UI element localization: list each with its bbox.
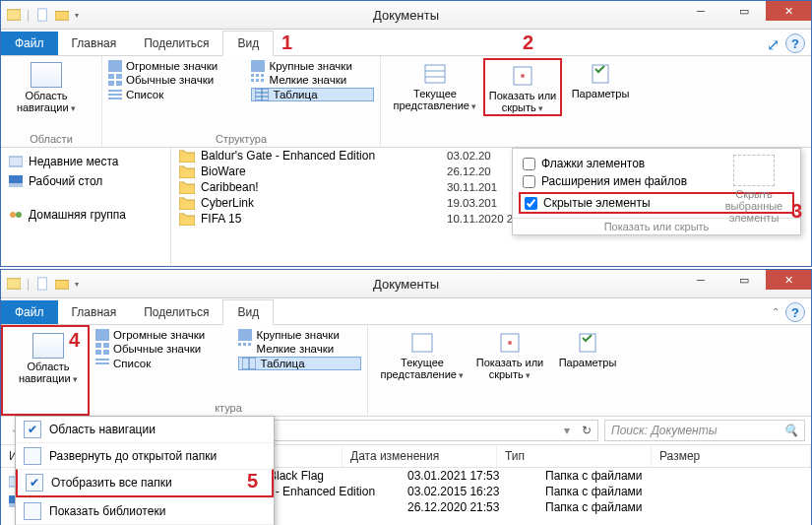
ribbon-tabs: Файл Главная Поделиться Вид ⌃ ? xyxy=(1,298,811,325)
group-label-areas: Области xyxy=(7,132,95,147)
titlebar: | ▾ Документы ─ ▭ ✕ xyxy=(1,1,811,30)
show-hide-button[interactable]: Показать или скрыть xyxy=(470,327,549,381)
tab-share[interactable]: Поделиться xyxy=(130,300,222,324)
callout-1: 1 xyxy=(281,32,292,54)
help-button[interactable]: ? xyxy=(785,302,805,322)
layout-small[interactable]: Мелкие значки xyxy=(251,74,374,86)
col-type[interactable]: Тип xyxy=(497,445,652,467)
nav-pane-dropdown: ✔Область навигации Развернуть до открыто… xyxy=(15,416,275,525)
dropdown-icon[interactable]: ▾ xyxy=(75,280,79,289)
close-button[interactable]: ✕ xyxy=(766,1,811,21)
svg-point-32 xyxy=(16,212,22,218)
tab-file[interactable]: Файл xyxy=(1,32,58,55)
callout-4: 4 xyxy=(69,329,80,352)
layout-table[interactable]: Таблица xyxy=(251,88,374,101)
svg-rect-40 xyxy=(95,350,101,355)
nav-pane: Недавние места Рабочий стол Домашняя гру… xyxy=(1,148,171,266)
layout-normal[interactable]: Обычные значки xyxy=(108,74,239,86)
group-label-layout: Структура xyxy=(108,132,374,147)
dd-show-libs[interactable]: Показать библиотеки xyxy=(16,497,274,524)
svg-rect-41 xyxy=(103,350,109,355)
ribbon-collapse-icon[interactable]: ⤢ xyxy=(767,35,780,54)
layout-huge[interactable]: Огромные значки xyxy=(108,60,239,72)
layout-list[interactable]: Список xyxy=(95,357,226,370)
svg-rect-4 xyxy=(251,60,265,72)
maximize-button[interactable]: ▭ xyxy=(722,1,766,21)
svg-rect-13 xyxy=(256,79,259,82)
dd-area-nav[interactable]: ✔Область навигации xyxy=(16,417,274,442)
folder-icon[interactable] xyxy=(55,277,69,291)
dd-show-all[interactable]: ✔Отобразить все папки 5 xyxy=(16,469,274,497)
refresh-icon[interactable]: ↻ xyxy=(582,424,592,437)
svg-rect-14 xyxy=(261,79,264,82)
svg-rect-33 xyxy=(7,279,21,290)
minimize-button[interactable]: ─ xyxy=(679,1,722,21)
file-list: Baldur's Gate - Enhanced Edition03.02.20… xyxy=(171,148,811,266)
svg-rect-10 xyxy=(256,74,259,77)
callout-2: 2 xyxy=(523,32,533,54)
svg-rect-30 xyxy=(9,183,23,187)
params-icon xyxy=(589,62,612,86)
window-title: Документы xyxy=(373,277,439,292)
svg-rect-42 xyxy=(238,343,241,346)
close-button[interactable]: ✕ xyxy=(766,270,811,290)
layout-small[interactable]: Мелкие значки xyxy=(238,343,361,355)
show-hide-icon xyxy=(498,331,522,355)
svg-rect-3 xyxy=(108,60,122,72)
svg-rect-28 xyxy=(9,157,23,166)
tab-share[interactable]: Поделиться xyxy=(130,32,222,55)
show-hide-button[interactable]: Показать или скрыть xyxy=(483,58,562,116)
doc-icon[interactable] xyxy=(35,8,49,22)
svg-rect-35 xyxy=(55,281,69,290)
minimize-button[interactable]: ─ xyxy=(679,270,722,290)
hide-selected-icon xyxy=(733,155,775,186)
nav-pane-button[interactable]: Область навигации xyxy=(7,58,86,114)
dropdown-icon[interactable]: ▾ xyxy=(75,11,79,20)
search-input[interactable]: Поиск: Документы 🔍 xyxy=(604,420,805,441)
svg-rect-12 xyxy=(251,79,254,82)
hide-selected-button[interactable]: Скрыть выбранные элементы xyxy=(714,155,794,224)
layout-large[interactable]: Крупные значки xyxy=(238,329,361,341)
col-size[interactable]: Размер xyxy=(652,445,811,467)
dd-expand[interactable]: Развернуть до открытой папки xyxy=(16,442,274,469)
svg-point-31 xyxy=(10,212,16,218)
svg-rect-1 xyxy=(38,9,47,21)
ribbon-body: Область навигации 4 Огромные значки Круп… xyxy=(1,325,811,417)
app-icon xyxy=(7,8,21,22)
svg-rect-22 xyxy=(425,65,445,83)
params-button[interactable]: Параметры xyxy=(562,58,639,116)
svg-rect-2 xyxy=(55,12,69,21)
params-button[interactable]: Параметры xyxy=(549,327,626,381)
tab-file[interactable]: Файл xyxy=(1,300,58,324)
svg-rect-27 xyxy=(593,65,608,83)
current-view-icon xyxy=(423,62,447,86)
svg-rect-8 xyxy=(116,81,122,86)
svg-rect-0 xyxy=(7,10,21,21)
layout-table[interactable]: Таблица xyxy=(238,357,361,370)
app-icon xyxy=(7,277,21,291)
layout-list[interactable]: Список xyxy=(108,88,239,101)
chevron-up-icon[interactable]: ⌃ xyxy=(772,306,780,317)
current-view-button[interactable]: Текущее представление xyxy=(374,327,470,381)
col-date[interactable]: Дата изменения xyxy=(343,445,497,467)
svg-rect-5 xyxy=(108,74,114,79)
tab-home[interactable]: Главная xyxy=(58,300,131,324)
help-button[interactable]: ? xyxy=(785,33,805,53)
layout-huge[interactable]: Огромные значки xyxy=(95,329,226,341)
tab-view[interactable]: Вид xyxy=(222,31,274,56)
current-view-button[interactable]: Текущее представление xyxy=(387,58,483,116)
layout-normal[interactable]: Обычные значки xyxy=(95,343,226,355)
svg-rect-43 xyxy=(243,343,246,346)
doc-icon[interactable] xyxy=(35,277,49,291)
group-label-layout: ктура xyxy=(95,401,361,416)
folder-icon[interactable] xyxy=(55,8,69,22)
maximize-button[interactable]: ▭ xyxy=(722,270,766,290)
tab-view[interactable]: Вид xyxy=(222,299,274,325)
layout-large[interactable]: Крупные значки xyxy=(251,60,374,72)
nav-desktop[interactable]: Рабочий стол xyxy=(7,171,164,191)
nav-recent[interactable]: Недавние места xyxy=(7,152,164,171)
divider-icon: | xyxy=(27,277,30,291)
nav-homegroup[interactable]: Домашняя группа xyxy=(7,205,164,225)
svg-rect-29 xyxy=(9,175,23,183)
tab-home[interactable]: Главная xyxy=(58,32,131,55)
